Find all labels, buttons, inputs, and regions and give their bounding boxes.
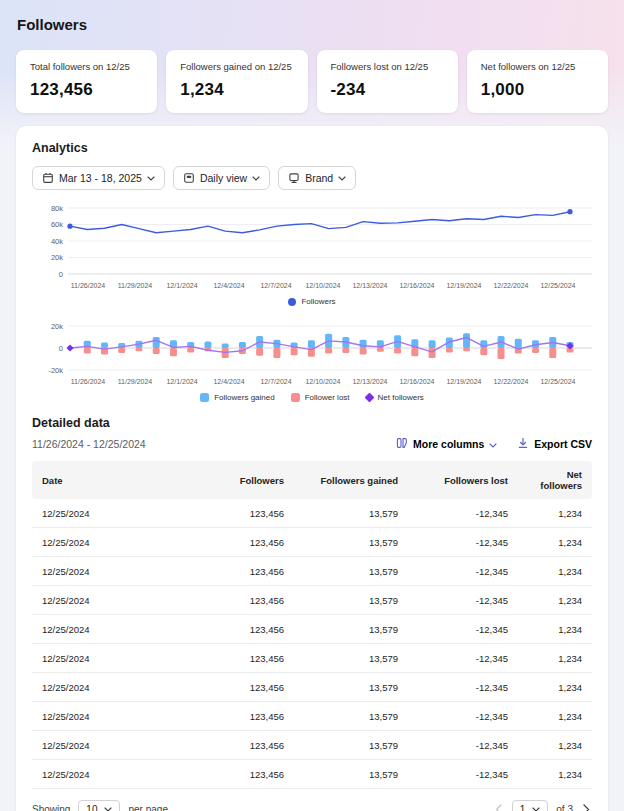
table-cell: 1,234 bbox=[518, 557, 592, 586]
table-cell: 123,456 bbox=[184, 673, 294, 702]
page-size-value: 10 bbox=[86, 804, 97, 811]
table-cell: 13,579 bbox=[294, 499, 408, 528]
table-header: Date Followers Followers gained Follower… bbox=[32, 461, 592, 499]
page-number-select[interactable]: 1 bbox=[512, 800, 549, 811]
table-cell: 13,579 bbox=[294, 557, 408, 586]
previous-page-button[interactable] bbox=[493, 802, 504, 811]
page-content: Followers Total followers on 12/25 123,4… bbox=[0, 0, 624, 811]
legend-item-followers-gained: Followers gained bbox=[200, 393, 274, 402]
chevron-down-icon bbox=[252, 176, 260, 181]
export-csv-label: Export CSV bbox=[534, 438, 592, 450]
chevron-right-icon bbox=[583, 804, 590, 811]
bar-chart-legend: Followers gained Follower lost Net follo… bbox=[32, 393, 592, 402]
view-granularity-dropdown[interactable]: Daily view bbox=[173, 166, 270, 190]
detailed-data-table: Date Followers Followers gained Follower… bbox=[32, 461, 592, 789]
detailed-data-date-range: 11/26/2024 - 12/25/2024 bbox=[32, 438, 146, 450]
table-row: 12/25/2024123,45613,579-12,3451,234 bbox=[32, 557, 592, 586]
followers-line-chart-svg: 020k40k60k80k11/26/202411/29/202412/1/20… bbox=[32, 202, 592, 294]
table-cell: 123,456 bbox=[184, 557, 294, 586]
legend-label: Net followers bbox=[378, 393, 424, 402]
svg-text:12/19/2024: 12/19/2024 bbox=[446, 378, 481, 385]
column-header-followers: Followers bbox=[184, 461, 294, 499]
table-cell: 12/25/2024 bbox=[32, 760, 184, 789]
svg-text:12/7/2024: 12/7/2024 bbox=[260, 378, 291, 385]
svg-text:-20k: -20k bbox=[48, 366, 63, 375]
analytics-card: Analytics Mar 13 - 18, 2025 bbox=[16, 126, 608, 811]
table-row: 12/25/2024123,45613,579-12,3451,234 bbox=[32, 644, 592, 673]
next-page-button[interactable] bbox=[581, 802, 592, 811]
table-cell: 123,456 bbox=[184, 731, 294, 760]
table-cell: -12,345 bbox=[408, 499, 518, 528]
table-row: 12/25/2024123,45613,579-12,3451,234 bbox=[32, 673, 592, 702]
legend-item-followers: Followers bbox=[288, 297, 335, 306]
table-row: 12/25/2024123,45613,579-12,3451,234 bbox=[32, 731, 592, 760]
columns-edit-icon bbox=[396, 437, 408, 451]
table-row: 12/25/2024123,45613,579-12,3451,234 bbox=[32, 702, 592, 731]
table-footer: Showing 10 per page 1 of 3 bbox=[32, 789, 592, 811]
table-cell: 12/25/2024 bbox=[32, 702, 184, 731]
lost-legend-swatch bbox=[291, 393, 300, 402]
svg-text:20k: 20k bbox=[51, 253, 63, 262]
chevron-down-icon bbox=[532, 807, 540, 811]
column-header-date: Date bbox=[32, 461, 184, 499]
table-cell: 13,579 bbox=[294, 731, 408, 760]
view-granularity-label: Daily view bbox=[200, 172, 247, 184]
stat-label: Total followers on 12/25 bbox=[30, 61, 143, 72]
svg-text:12/10/2024: 12/10/2024 bbox=[305, 378, 340, 385]
svg-text:40k: 40k bbox=[51, 237, 63, 246]
svg-text:0: 0 bbox=[59, 270, 63, 279]
followers-legend-dot bbox=[288, 298, 296, 306]
net-legend-diamond bbox=[364, 393, 374, 403]
table-cell: 1,234 bbox=[518, 731, 592, 760]
page-number-value: 1 bbox=[520, 804, 526, 811]
date-range-dropdown[interactable]: Mar 13 - 18, 2025 bbox=[32, 166, 165, 190]
table-cell: 123,456 bbox=[184, 644, 294, 673]
analytics-title: Analytics bbox=[32, 141, 592, 155]
page-size-select[interactable]: 10 bbox=[78, 800, 120, 811]
table-cell: 1,234 bbox=[518, 673, 592, 702]
stat-value: 123,456 bbox=[30, 80, 143, 100]
table-cell: 12/25/2024 bbox=[32, 615, 184, 644]
svg-text:20k: 20k bbox=[51, 322, 63, 331]
table-cell: -12,345 bbox=[408, 557, 518, 586]
more-columns-label: More columns bbox=[413, 438, 484, 450]
table-cell: 12/25/2024 bbox=[32, 644, 184, 673]
table-cell: 123,456 bbox=[184, 702, 294, 731]
per-page-label: per page bbox=[128, 804, 167, 811]
table-cell: 12/25/2024 bbox=[32, 528, 184, 557]
table-cell: 1,234 bbox=[518, 586, 592, 615]
svg-text:12/19/2024: 12/19/2024 bbox=[446, 282, 481, 289]
svg-text:12/22/2024: 12/22/2024 bbox=[493, 378, 528, 385]
table-cell: 123,456 bbox=[184, 760, 294, 789]
table-cell: 1,234 bbox=[518, 528, 592, 557]
showing-label: Showing bbox=[32, 804, 70, 811]
table-row: 12/25/2024123,45613,579-12,3451,234 bbox=[32, 615, 592, 644]
more-columns-button[interactable]: More columns bbox=[396, 437, 497, 451]
stat-card-followers-lost: Followers lost on 12/25 -234 bbox=[317, 50, 458, 113]
svg-text:60k: 60k bbox=[51, 220, 63, 229]
table-cell: -12,345 bbox=[408, 731, 518, 760]
account-dropdown[interactable]: Brand bbox=[278, 166, 356, 190]
svg-text:80k: 80k bbox=[51, 204, 63, 213]
table-cell: 12/25/2024 bbox=[32, 731, 184, 760]
table-cell: 123,456 bbox=[184, 615, 294, 644]
svg-text:12/25/2024: 12/25/2024 bbox=[540, 378, 575, 385]
table-row: 12/25/2024123,45613,579-12,3451,234 bbox=[32, 760, 592, 789]
table-cell: -12,345 bbox=[408, 644, 518, 673]
column-header-net-followers: Net followers bbox=[518, 461, 592, 499]
table-cell: 13,579 bbox=[294, 615, 408, 644]
svg-text:12/4/2024: 12/4/2024 bbox=[213, 378, 244, 385]
table-cell: -12,345 bbox=[408, 586, 518, 615]
legend-label: Follower lost bbox=[305, 393, 350, 402]
filters-row: Mar 13 - 18, 2025 Daily view bbox=[32, 166, 592, 190]
export-csv-button[interactable]: Export CSV bbox=[517, 437, 592, 451]
table-cell: -12,345 bbox=[408, 673, 518, 702]
table-cell: 13,579 bbox=[294, 702, 408, 731]
legend-label: Followers bbox=[301, 297, 335, 306]
svg-text:12/13/2024: 12/13/2024 bbox=[352, 378, 387, 385]
chevron-down-icon bbox=[489, 438, 497, 450]
table-cell: 1,234 bbox=[518, 702, 592, 731]
table-cell: 12/25/2024 bbox=[32, 499, 184, 528]
svg-text:12/16/2024: 12/16/2024 bbox=[399, 282, 434, 289]
svg-text:12/1/2024: 12/1/2024 bbox=[166, 282, 197, 289]
